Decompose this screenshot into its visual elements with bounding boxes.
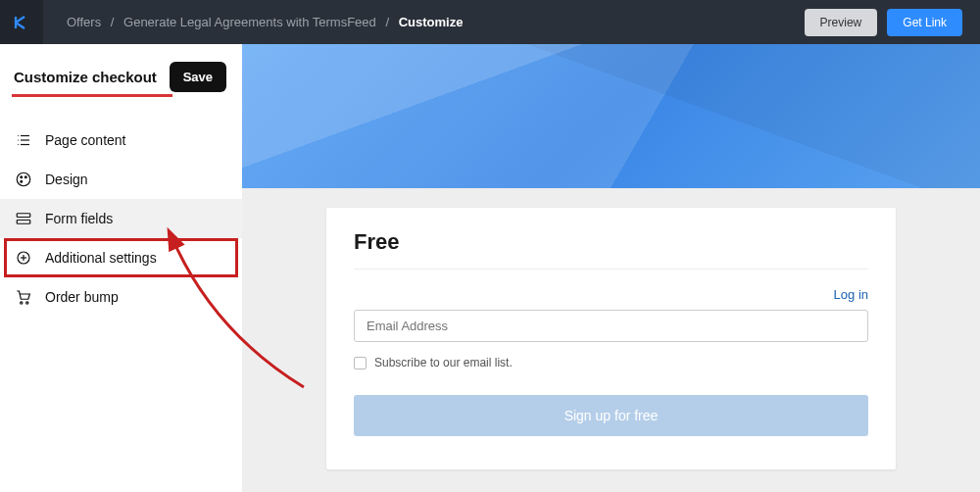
- sidebar: Customize checkout Save Page content Des…: [0, 44, 242, 492]
- subscribe-label: Subscribe to our email list.: [374, 356, 513, 369]
- sidebar-header: Customize checkout Save: [0, 44, 242, 103]
- breadcrumb-offer-name[interactable]: Generate Legal Agreements with TermsFeed: [123, 15, 376, 29]
- top-actions: Preview Get Link: [805, 9, 980, 36]
- sidebar-item-label: Order bump: [45, 289, 119, 305]
- svg-rect-10: [17, 214, 30, 218]
- sidebar-item-label: Form fields: [45, 211, 113, 226]
- sidebar-item-form-fields[interactable]: Form fields: [0, 199, 242, 238]
- sidebar-item-label: Page content: [45, 132, 126, 148]
- svg-rect-11: [17, 221, 30, 224]
- list-icon: [14, 131, 33, 149]
- breadcrumb-sep: /: [385, 15, 389, 29]
- sidebar-title: Customize checkout: [14, 69, 157, 85]
- svg-point-15: [21, 302, 23, 304]
- palette-icon: [14, 171, 33, 188]
- sidebar-item-page-content[interactable]: Page content: [0, 121, 242, 160]
- svg-point-6: [17, 172, 30, 186]
- sidebar-list: Page content Design Form fields Addition…: [0, 121, 242, 317]
- subscribe-row[interactable]: Subscribe to our email list.: [354, 356, 868, 369]
- subscribe-checkbox[interactable]: [354, 357, 367, 369]
- card-title: Free: [354, 229, 868, 270]
- cart-icon: [14, 288, 33, 306]
- login-link[interactable]: Log in: [834, 287, 868, 302]
- main-preview: Free Log in Subscribe to our email list.…: [242, 44, 980, 492]
- sidebar-item-additional-settings[interactable]: Additional settings: [4, 238, 238, 277]
- breadcrumb-current: Customize: [399, 15, 464, 29]
- sidebar-item-order-bump[interactable]: Order bump: [0, 277, 242, 317]
- top-bar: Offers / Generate Legal Agreements with …: [0, 0, 980, 44]
- breadcrumb: Offers / Generate Legal Agreements with …: [43, 15, 805, 29]
- breadcrumb-sep: /: [111, 15, 115, 29]
- svg-point-8: [24, 176, 26, 178]
- sidebar-item-design[interactable]: Design: [0, 160, 242, 199]
- checkout-card: Free Log in Subscribe to our email list.…: [326, 208, 896, 469]
- breadcrumb-offers[interactable]: Offers: [67, 15, 101, 29]
- email-field[interactable]: [354, 310, 868, 342]
- form-icon: [14, 210, 33, 227]
- hero-banner: [242, 44, 980, 188]
- card-wrap: Free Log in Subscribe to our email list.…: [242, 188, 980, 489]
- save-button[interactable]: Save: [170, 62, 226, 92]
- preview-button[interactable]: Preview: [805, 9, 878, 36]
- get-link-button[interactable]: Get Link: [887, 9, 962, 36]
- svg-point-7: [21, 176, 23, 178]
- sidebar-item-label: Design: [45, 172, 88, 187]
- signup-button[interactable]: Sign up for free: [354, 395, 868, 436]
- svg-point-16: [26, 302, 28, 304]
- plus-circle-icon: [14, 249, 33, 267]
- app-logo[interactable]: [0, 0, 43, 44]
- svg-point-9: [21, 180, 23, 182]
- login-row: Log in: [354, 287, 868, 302]
- sidebar-item-label: Additional settings: [45, 250, 157, 266]
